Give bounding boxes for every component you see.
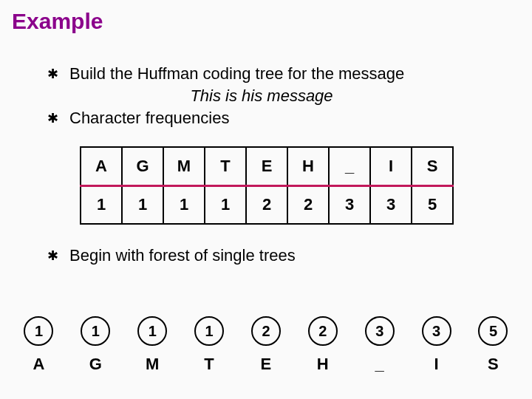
- node-char: G: [89, 355, 102, 374]
- tree-node: 1 M: [126, 316, 178, 374]
- tree-node: 2 H: [297, 316, 349, 374]
- table-cell: I: [370, 147, 412, 185]
- table-cell: 2: [287, 185, 329, 224]
- node-count: 1: [24, 316, 53, 346]
- node-count: 1: [137, 316, 167, 346]
- node-char: S: [488, 355, 499, 374]
- tree-node: 1 T: [183, 316, 235, 374]
- bullet-text: Build the Huffman coding tree for the me…: [69, 64, 404, 84]
- bullet-text: Begin with forest of single trees: [69, 245, 296, 266]
- table-cell: H: [287, 147, 329, 185]
- table-cell: 5: [412, 185, 453, 224]
- asterisk-icon: ✱: [46, 108, 59, 129]
- frequency-table: A G M T E H _ I S 1 1 1 1 2 2 3 3 5: [80, 146, 454, 225]
- table-row: 1 1 1 1 2 2 3 3 5: [81, 185, 453, 224]
- node-char: A: [33, 355, 44, 374]
- node-count: 1: [81, 316, 110, 346]
- table-cell: 2: [246, 185, 287, 224]
- bullet-list: ✱ Build the Huffman coding tree for the …: [46, 64, 523, 129]
- tree-node: 5 S: [467, 316, 519, 374]
- bullet-text: Character frequencies: [69, 108, 229, 129]
- tree-node: 3 _: [354, 316, 406, 374]
- table-cell: G: [122, 147, 163, 185]
- tree-node: 1 A: [13, 316, 64, 374]
- node-char: I: [434, 355, 439, 374]
- node-count: 2: [251, 316, 281, 346]
- tree-node: 3 I: [411, 316, 463, 374]
- bullet-item: ✱ Build the Huffman coding tree for the …: [46, 64, 523, 84]
- table-cell: M: [163, 147, 205, 185]
- slide-title: Example: [12, 9, 523, 34]
- node-char: _: [375, 355, 384, 374]
- bullet-item: ✱ Begin with forest of single trees: [46, 245, 523, 266]
- table-row: A G M T E H _ I S: [81, 147, 453, 185]
- table-cell: T: [205, 147, 246, 185]
- table-cell: 1: [81, 185, 122, 224]
- node-count: 1: [194, 316, 224, 346]
- table-cell: 3: [329, 185, 370, 224]
- table-cell: _: [329, 147, 370, 185]
- table-cell: 1: [205, 185, 246, 224]
- table-cell: E: [246, 147, 287, 185]
- node-char: T: [204, 355, 214, 374]
- node-count: 3: [365, 316, 395, 346]
- bullet-item: ✱ Character frequencies: [46, 108, 523, 129]
- node-count: 2: [308, 316, 338, 346]
- node-count: 3: [422, 316, 451, 346]
- node-char: M: [146, 355, 159, 374]
- node-count: 5: [478, 316, 508, 346]
- bullet-list: ✱ Begin with forest of single trees: [46, 245, 523, 266]
- tree-node: 1 G: [69, 316, 121, 374]
- tree-node: 2 E: [240, 316, 292, 374]
- table-cell: 3: [370, 185, 412, 224]
- node-char: E: [261, 355, 272, 374]
- asterisk-icon: ✱: [46, 245, 59, 266]
- table-cell: 1: [163, 185, 205, 224]
- node-char: H: [317, 355, 329, 374]
- table-cell: A: [81, 147, 122, 185]
- table-cell: 1: [122, 185, 163, 224]
- asterisk-icon: ✱: [46, 64, 59, 84]
- example-message: This is his message: [106, 86, 417, 106]
- forest-row: 1 A 1 G 1 M 1 T 2 E 2 H 3 _ 3 I 5 S: [0, 316, 532, 374]
- table-cell: S: [412, 147, 453, 185]
